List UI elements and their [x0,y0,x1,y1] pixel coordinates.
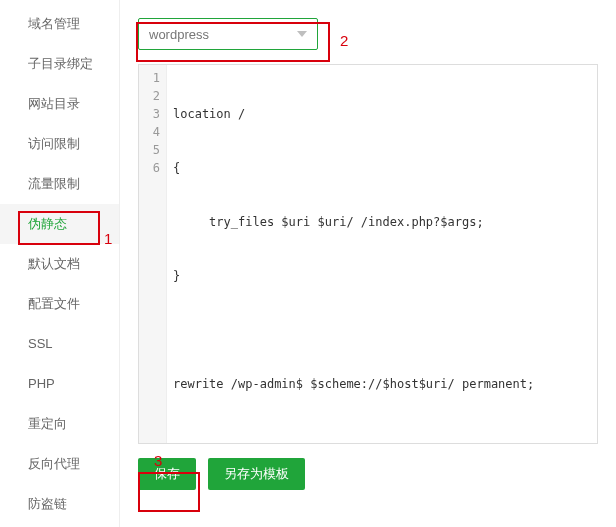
code-line [173,321,597,339]
sidebar-item-rewrite[interactable]: 伪静态 [0,204,119,244]
sidebar-item-redirect[interactable]: 重定向 [0,404,119,444]
sidebar-item-proxy[interactable]: 反向代理 [0,444,119,484]
code-line: try_files $uri $uri/ /index.php?$args; [173,213,597,231]
sidebar-item-subdir[interactable]: 子目录绑定 [0,44,119,84]
save-as-template-button[interactable]: 另存为模板 [208,458,305,490]
sidebar-item-config[interactable]: 配置文件 [0,284,119,324]
sidebar-item-domain[interactable]: 域名管理 [0,4,119,44]
sidebar: 域名管理 子目录绑定 网站目录 访问限制 流量限制 伪静态 默认文档 配置文件 … [0,0,120,527]
save-button[interactable]: 保存 [138,458,196,490]
sidebar-item-label: PHP [28,376,55,391]
sidebar-item-label: 子目录绑定 [28,56,93,71]
sidebar-item-label: 域名管理 [28,16,80,31]
sidebar-item-label: 流量限制 [28,176,80,191]
code-line: } [173,267,597,285]
sidebar-item-label: 网站目录 [28,96,80,111]
dropdown-selected: wordpress [149,27,209,42]
template-dropdown[interactable]: wordpress [138,18,318,50]
sidebar-item-ssl[interactable]: SSL [0,324,119,364]
code-editor[interactable]: 123456 location / { try_files $uri $uri/… [138,64,598,444]
sidebar-item-label: SSL [28,336,53,351]
code-line: { [173,159,597,177]
sidebar-item-label: 反向代理 [28,456,80,471]
code-content[interactable]: location / { try_files $uri $uri/ /index… [167,65,597,443]
sidebar-item-label: 伪静态 [28,216,67,231]
sidebar-item-defaultdoc[interactable]: 默认文档 [0,244,119,284]
sidebar-item-label: 默认文档 [28,256,80,271]
sidebar-item-label: 重定向 [28,416,67,431]
sidebar-item-hotlink[interactable]: 防盗链 [0,484,119,524]
code-line: rewrite /wp-admin$ $scheme://$host$uri/ … [173,375,597,393]
chevron-down-icon [297,31,307,37]
sidebar-item-traffic[interactable]: 流量限制 [0,164,119,204]
button-row: 保存 另存为模板 [138,444,598,490]
sidebar-item-sitedir[interactable]: 网站目录 [0,84,119,124]
line-gutter: 123456 [139,65,167,443]
sidebar-item-php[interactable]: PHP [0,364,119,404]
code-line: location / [173,105,597,123]
sidebar-item-access[interactable]: 访问限制 [0,124,119,164]
sidebar-item-label: 访问限制 [28,136,80,151]
sidebar-item-label: 配置文件 [28,296,80,311]
sidebar-item-label: 防盗链 [28,496,67,511]
main-panel: wordpress 123456 location / { try_files … [120,0,616,527]
